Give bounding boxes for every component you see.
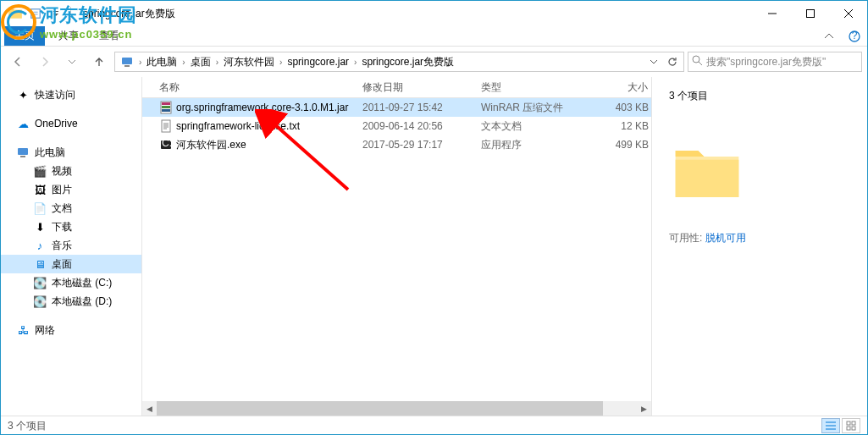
sidebar-item-desktop[interactable]: 🖥桌面 — [1, 255, 141, 273]
view-details-button[interactable] — [821, 418, 840, 433]
chevron-right-icon[interactable]: › — [214, 58, 220, 67]
sidebar-label: 桌面 — [52, 257, 72, 272]
preview-availability: 可用性: 脱机可用 — [669, 231, 850, 245]
star-icon: ✦ — [16, 88, 30, 102]
close-button[interactable] — [829, 1, 867, 26]
refresh-icon[interactable] — [663, 52, 682, 71]
svg-point-7 — [693, 56, 699, 63]
qat-properties-icon[interactable] — [26, 4, 45, 23]
sidebar-onedrive[interactable]: ☁OneDrive — [1, 114, 141, 133]
nav-back-button[interactable] — [6, 50, 30, 74]
exe-icon: C:\ — [159, 138, 173, 151]
file-row[interactable]: C:\河东软件园.exe 2017-05-29 17:17 应用程序 499 K… — [142, 135, 651, 154]
ribbon-expand-icon[interactable] — [816, 26, 842, 47]
file-date: 2017-05-29 17:17 — [362, 139, 481, 151]
breadcrumb-seg[interactable]: 此电脑 — [143, 55, 180, 69]
search-input[interactable]: 搜索"springcore.jar免费版" — [688, 52, 862, 72]
svg-text:C:\: C:\ — [162, 138, 173, 149]
breadcrumb-seg[interactable]: 桌面 — [187, 55, 214, 69]
scroll-left-icon[interactable]: ◀ — [142, 401, 157, 416]
network-icon: 🖧 — [16, 323, 30, 337]
svg-rect-8 — [18, 148, 28, 155]
column-size[interactable]: 大小 — [600, 80, 649, 95]
sidebar-network[interactable]: 🖧网络 — [1, 321, 141, 339]
search-icon — [692, 55, 703, 69]
ribbon-help-icon[interactable]: ? — [842, 26, 867, 47]
details-pane: 3 个项目 可用性: 脱机可用 — [652, 77, 867, 416]
qat-dropdown-icon[interactable] — [47, 4, 65, 23]
column-date[interactable]: 修改日期 — [362, 80, 481, 95]
avail-value: 脱机可用 — [705, 232, 746, 244]
breadcrumb-seg[interactable]: 河东软件园 — [220, 55, 278, 69]
sidebar-quick-access[interactable]: ✦快速访问 — [1, 85, 141, 104]
video-icon: 🎬 — [33, 164, 47, 178]
chevron-right-icon[interactable]: › — [278, 58, 284, 67]
sidebar-item-music[interactable]: ♪音乐 — [1, 236, 141, 255]
nav-pane: ✦快速访问 ☁OneDrive 此电脑 🎬视频 🖼图片 📄文档 ⬇下载 ♪音乐 … — [1, 77, 141, 416]
svg-rect-12 — [162, 106, 170, 108]
ribbon-file-menu[interactable]: 主页 — [4, 26, 45, 46]
rar-icon — [159, 101, 173, 114]
maximize-button[interactable] — [791, 1, 829, 26]
sidebar-this-pc[interactable]: 此电脑 — [1, 143, 141, 162]
scrollbar-thumb[interactable] — [157, 401, 603, 416]
status-bar: 3 个项目 — [1, 416, 867, 435]
breadcrumb-seg[interactable]: springcore.jar — [284, 56, 352, 68]
pc-icon — [16, 146, 30, 159]
file-row[interactable]: org.springframework.core-3.1.0.M1.jar 20… — [142, 98, 651, 117]
pc-icon — [120, 55, 134, 69]
sidebar-item-disk-c[interactable]: 💽本地磁盘 (C:) — [1, 273, 141, 292]
avail-label: 可用性: — [669, 232, 702, 244]
view-icons-button[interactable] — [842, 418, 860, 433]
horizontal-scrollbar[interactable]: ◀ ▶ — [142, 401, 651, 416]
sidebar-item-downloads[interactable]: ⬇下载 — [1, 218, 141, 236]
svg-rect-20 — [852, 427, 855, 430]
svg-rect-11 — [162, 102, 170, 105]
column-type[interactable]: 类型 — [481, 80, 600, 95]
breadcrumb[interactable]: › 此电脑 › 桌面 › 河东软件园 › springcore.jar › sp… — [114, 52, 684, 72]
preview-title: 3 个项目 — [669, 89, 850, 103]
file-type: WinRAR 压缩文件 — [481, 101, 600, 115]
svg-rect-5 — [122, 58, 132, 64]
ribbon-tab-view[interactable]: 查看 — [89, 26, 130, 46]
sidebar-item-disk-d[interactable]: 💽本地磁盘 (D:) — [1, 292, 141, 311]
svg-rect-1 — [53, 11, 58, 12]
breadcrumb-seg[interactable]: springcore.jar免费版 — [358, 55, 457, 69]
music-icon: ♪ — [33, 239, 47, 252]
sidebar-label: 此电脑 — [35, 146, 65, 160]
download-icon: ⬇ — [33, 220, 47, 234]
column-name[interactable]: 名称 — [142, 80, 362, 95]
chevron-right-icon[interactable]: › — [137, 58, 143, 67]
svg-rect-0 — [31, 9, 41, 19]
scroll-right-icon[interactable]: ▶ — [637, 401, 651, 416]
nav-up-button[interactable] — [87, 50, 111, 74]
file-list[interactable]: org.springframework.core-3.1.0.M1.jar 20… — [142, 98, 651, 401]
chevron-right-icon[interactable]: › — [180, 58, 186, 67]
sidebar-label: 图片 — [52, 183, 72, 197]
sidebar-item-documents[interactable]: 📄文档 — [1, 199, 141, 218]
document-icon: 📄 — [33, 201, 47, 215]
file-name: springframework-license.txt — [176, 120, 300, 132]
file-row[interactable]: springframework-license.txt 2009-06-14 2… — [142, 117, 651, 135]
chevron-right-icon[interactable]: › — [352, 58, 358, 67]
file-size: 12 KB — [600, 120, 649, 132]
sidebar-label: 视频 — [52, 164, 72, 179]
nav-forward-button[interactable] — [33, 50, 57, 74]
nav-recent-dropdown[interactable] — [60, 50, 84, 74]
file-type: 文本文档 — [481, 119, 600, 134]
sidebar-label: 文档 — [52, 201, 72, 216]
sidebar-item-videos[interactable]: 🎬视频 — [1, 162, 141, 180]
sidebar-label: 快速访问 — [35, 88, 75, 102]
file-name: 河东软件园.exe — [176, 138, 246, 152]
sidebar-item-pictures[interactable]: 🖼图片 — [1, 180, 141, 199]
folder-icon — [6, 4, 25, 23]
file-list-pane: 名称 修改日期 类型 大小 org.springframework.core-3… — [141, 77, 652, 416]
search-placeholder: 搜索"springcore.jar免费版" — [706, 55, 858, 69]
folder-preview-icon — [669, 137, 745, 205]
svg-rect-18 — [852, 421, 855, 425]
ribbon-tab-share[interactable]: 共享 — [48, 26, 89, 46]
minimize-button[interactable] — [753, 1, 791, 26]
svg-rect-17 — [847, 421, 850, 425]
sidebar-label: OneDrive — [35, 118, 78, 129]
breadcrumb-dropdown-icon[interactable] — [644, 52, 663, 71]
